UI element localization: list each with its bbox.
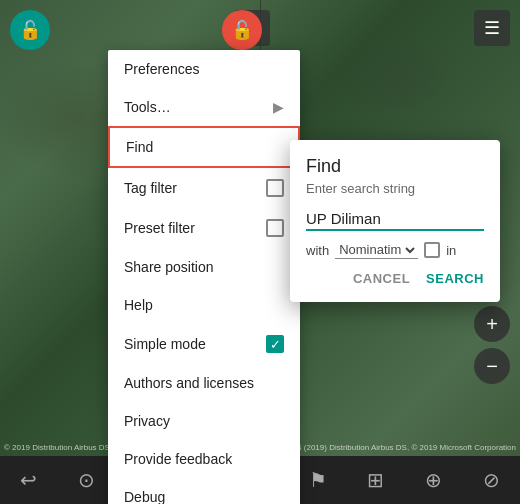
menu-item-label: Authors and licenses: [124, 375, 254, 391]
menu-item-simple-mode[interactable]: Simple mode ✓: [108, 324, 300, 364]
menu-icon-right: ☰: [484, 17, 500, 39]
find-dialog: Find Enter search string with Nominatim …: [290, 140, 500, 302]
with-label: with: [306, 243, 329, 258]
lock-icon-right: 🔓: [231, 19, 253, 41]
find-dialog-title: Find: [306, 156, 484, 177]
dropdown-menu: Preferences Tools… ▶ Find Tag filter Pre…: [108, 50, 300, 504]
nav-compass[interactable]: ⊕: [409, 456, 457, 504]
nav-camera[interactable]: ⊙: [63, 456, 111, 504]
submenu-arrow-icon: ▶: [273, 99, 284, 115]
copyright-right: CNES (2019) Distribution Airbus DS, © 20…: [279, 443, 516, 452]
menu-item-debug[interactable]: Debug: [108, 478, 300, 504]
menu-item-label: Provide feedback: [124, 451, 232, 467]
back-icon: ↩: [20, 468, 37, 492]
menu-item-label: Privacy: [124, 413, 170, 429]
find-dialog-subtitle: Enter search string: [306, 181, 484, 196]
cancel-button[interactable]: CANCEL: [353, 271, 410, 286]
flag-icon: ⚑: [309, 468, 327, 492]
nav-layers[interactable]: ⊞: [351, 456, 399, 504]
simple-mode-checkbox[interactable]: ✓: [266, 335, 284, 353]
menu-item-label: Preferences: [124, 61, 199, 77]
menu-item-tag-filter[interactable]: Tag filter: [108, 168, 300, 208]
menu-item-label: Debug: [124, 489, 165, 504]
zoom-in-button[interactable]: +: [474, 306, 510, 342]
menu-item-privacy[interactable]: Privacy: [108, 402, 300, 440]
lock-icon: 🔓: [19, 19, 41, 41]
menu-item-share-position[interactable]: Share position: [108, 248, 300, 286]
menu-item-find[interactable]: Find: [108, 126, 300, 168]
tag-filter-checkbox[interactable]: [266, 179, 284, 197]
menu-item-label: Simple mode: [124, 336, 206, 352]
menu-item-label: Tag filter: [124, 180, 177, 196]
menu-item-label: Preset filter: [124, 220, 195, 236]
find-actions: CANCEL SEARCH: [306, 271, 484, 286]
lock-button[interactable]: 🔓: [10, 10, 50, 50]
layers-icon: ⊞: [367, 468, 384, 492]
compass-icon: ⊕: [425, 468, 442, 492]
lock-button-right[interactable]: 🔓: [222, 10, 262, 50]
menu-item-label: Help: [124, 297, 153, 313]
menu-item-authors[interactable]: Authors and licenses: [108, 364, 300, 402]
menu-item-preset-filter[interactable]: Preset filter: [108, 208, 300, 248]
in-checkbox[interactable]: [424, 242, 440, 258]
nav-flag[interactable]: ⚑: [294, 456, 342, 504]
settings-icon: ⊘: [483, 468, 500, 492]
nav-settings[interactable]: ⊘: [467, 456, 515, 504]
menu-item-feedback[interactable]: Provide feedback: [108, 440, 300, 478]
menu-item-tools[interactable]: Tools… ▶: [108, 88, 300, 126]
nav-back[interactable]: ↩: [5, 456, 53, 504]
preset-filter-checkbox[interactable]: [266, 219, 284, 237]
menu-item-label: Find: [126, 139, 153, 155]
menu-item-help[interactable]: Help: [108, 286, 300, 324]
menu-item-label: Tools…: [124, 99, 171, 115]
menu-item-label: Share position: [124, 259, 214, 275]
camera-icon: ⊙: [78, 468, 95, 492]
provider-select[interactable]: Nominatim: [335, 241, 418, 259]
map-controls-right: + −: [474, 306, 510, 384]
in-label: in: [446, 243, 456, 258]
menu-button-right[interactable]: ☰: [474, 10, 510, 46]
find-options: with Nominatim in: [306, 241, 484, 259]
search-button[interactable]: SEARCH: [426, 271, 484, 286]
menu-item-preferences[interactable]: Preferences: [108, 50, 300, 88]
zoom-out-button[interactable]: −: [474, 348, 510, 384]
find-search-input[interactable]: [306, 208, 484, 231]
